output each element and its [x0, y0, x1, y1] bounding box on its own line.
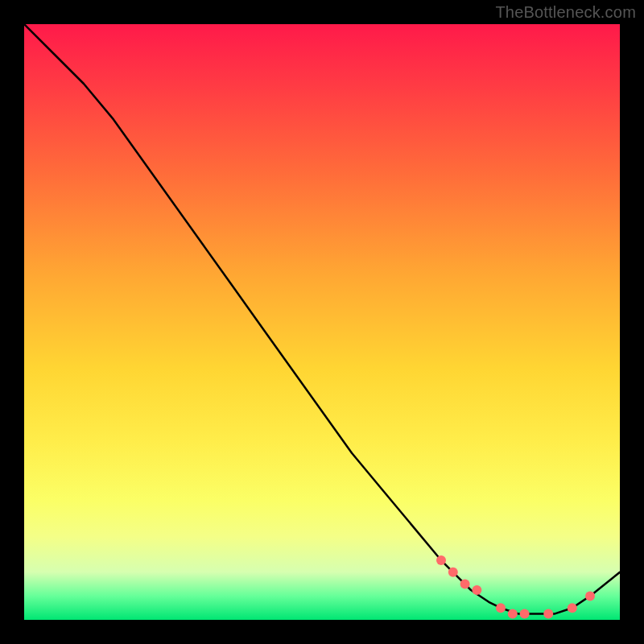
highlight-marker: [585, 591, 595, 601]
bottleneck-curve-svg: [24, 24, 620, 620]
highlight-markers: [436, 555, 595, 619]
highlight-marker: [568, 603, 577, 613]
highlight-marker: [472, 585, 481, 595]
plot-area: [24, 24, 620, 620]
highlight-marker: [448, 568, 458, 577]
highlight-marker: [520, 609, 530, 619]
bottleneck-curve-line: [24, 24, 620, 614]
highlight-marker: [496, 603, 506, 613]
highlight-marker: [543, 609, 553, 619]
highlight-marker: [460, 580, 470, 589]
watermark-text: TheBottleneck.com: [495, 3, 636, 22]
chart-frame: TheBottleneck.com: [0, 0, 644, 644]
highlight-marker: [436, 555, 446, 565]
highlight-marker: [508, 609, 518, 619]
